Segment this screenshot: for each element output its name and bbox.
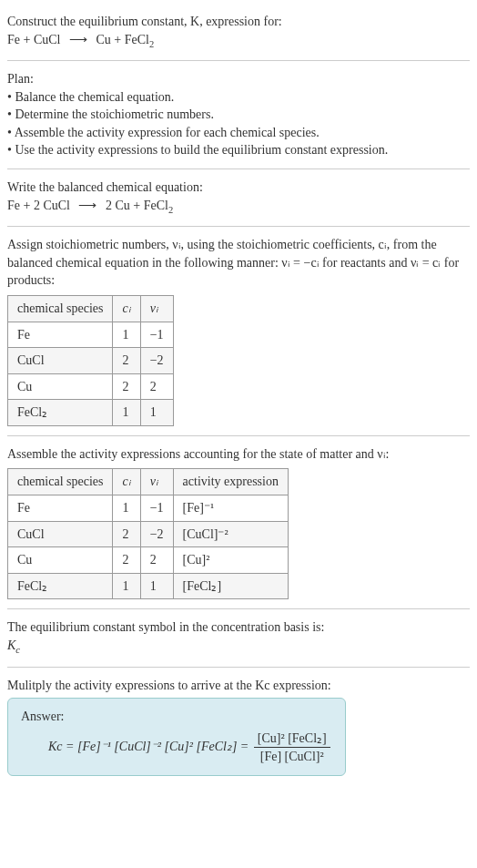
- cell-vi: 1: [140, 573, 173, 599]
- cell-ci: 1: [113, 573, 140, 599]
- cell-vi: −2: [140, 348, 173, 374]
- balanced-left: Fe + 2 CuCl: [7, 199, 70, 212]
- stoich-table: chemical species cᵢ νᵢ Fe 1 −1 CuCl 2 −2…: [7, 295, 174, 426]
- th-ci: cᵢ: [113, 469, 140, 495]
- balanced-section: Write the balanced chemical equation: Fe…: [7, 179, 470, 217]
- th-species: chemical species: [8, 295, 113, 322]
- cell-ci: 1: [113, 322, 140, 348]
- cell-species: CuCl: [8, 348, 113, 374]
- cell-ci: 2: [113, 348, 140, 374]
- kc-sub: c: [15, 645, 20, 655]
- symbol-section: The equilibrium constant symbol in the c…: [7, 618, 470, 657]
- cell-ci: 1: [113, 495, 140, 522]
- cell-activity: [Fe]⁻¹: [173, 495, 288, 522]
- cell-activity: [CuCl]⁻²: [173, 521, 288, 547]
- divider: [7, 60, 470, 61]
- cell-vi: 1: [140, 400, 173, 426]
- cell-vi: −2: [140, 521, 173, 547]
- table-row: FeCl₂ 1 1: [8, 400, 174, 426]
- balanced-heading: Write the balanced chemical equation:: [7, 179, 470, 197]
- th-vi: νᵢ: [140, 469, 173, 495]
- cell-ci: 2: [113, 373, 140, 400]
- cell-vi: 2: [140, 373, 173, 400]
- table-row: Fe 1 −1 [Fe]⁻¹: [8, 495, 289, 522]
- th-ci: cᵢ: [113, 295, 140, 322]
- cell-vi: −1: [140, 322, 173, 348]
- table-row: FeCl₂ 1 1 [FeCl₂]: [8, 573, 289, 599]
- cell-vi: 2: [140, 547, 173, 574]
- cell-species: Cu: [8, 373, 113, 400]
- intro-eq-left: Fe + CuCl: [7, 33, 60, 46]
- table-row: Fe 1 −1: [8, 322, 174, 348]
- cell-ci: 2: [113, 521, 140, 547]
- cell-species: FeCl₂: [8, 400, 113, 426]
- plan-bullet-2: • Determine the stoichiometric numbers.: [7, 106, 470, 124]
- answer-numerator: [Cu]² [FeCl₂]: [254, 730, 330, 749]
- activity-table: chemical species cᵢ νᵢ activity expressi…: [7, 468, 289, 599]
- intro-section: Construct the equilibrium constant, K, e…: [7, 13, 470, 51]
- cell-species: FeCl₂: [8, 573, 113, 599]
- table-row: Cu 2 2: [8, 373, 174, 400]
- table-row: chemical species cᵢ νᵢ activity expressi…: [8, 469, 289, 495]
- balanced-equation: Fe + 2 CuCl ⟶ 2 Cu + FeCl2: [7, 197, 470, 217]
- table-row: Cu 2 2 [Cu]²: [8, 547, 289, 574]
- divider: [7, 435, 470, 436]
- answer-label: Answer:: [21, 708, 332, 726]
- assemble-text: Assemble the activity expressions accoun…: [7, 445, 470, 464]
- multiply-section: Mulitply the activity expressions to arr…: [7, 677, 470, 776]
- divider: [7, 608, 470, 609]
- intro-eq-right-sub: 2: [149, 38, 154, 48]
- cell-activity: [FeCl₂]: [173, 573, 288, 599]
- cell-species: Fe: [8, 495, 113, 522]
- reaction-arrow-icon: ⟶: [64, 33, 93, 46]
- balanced-right-sub: 2: [168, 204, 173, 214]
- kc-symbol: Kc: [7, 637, 470, 657]
- th-vi: νᵢ: [140, 295, 173, 322]
- symbol-text: The equilibrium constant symbol in the c…: [7, 618, 470, 637]
- plan-heading: Plan:: [7, 70, 470, 88]
- divider: [7, 226, 470, 227]
- cell-activity: [Cu]²: [173, 547, 288, 574]
- table-row: CuCl 2 −2 [CuCl]⁻²: [8, 521, 289, 547]
- table-row: CuCl 2 −2: [8, 348, 174, 374]
- intro-line1: Construct the equilibrium constant, K, e…: [7, 13, 470, 31]
- answer-fraction: [Cu]² [FeCl₂] [Fe] [CuCl]²: [254, 730, 330, 766]
- cell-vi: −1: [140, 495, 173, 522]
- plan-bullet-3: • Assemble the activity expression for e…: [7, 124, 470, 142]
- cell-species: Cu: [8, 547, 113, 574]
- reaction-arrow-icon: ⟶: [73, 199, 102, 212]
- answer-denominator: [Fe] [CuCl]²: [254, 748, 330, 766]
- answer-box: Answer: Kc = [Fe]⁻¹ [CuCl]⁻² [Cu]² [FeCl…: [7, 698, 346, 776]
- assign-text: Assign stoichiometric numbers, νᵢ, using…: [7, 236, 470, 290]
- table-row: chemical species cᵢ νᵢ: [8, 295, 174, 322]
- th-activity: activity expression: [173, 469, 288, 495]
- cell-ci: 1: [113, 400, 140, 426]
- intro-eq-right: Cu + FeCl: [96, 33, 148, 46]
- cell-species: Fe: [8, 322, 113, 348]
- cell-ci: 2: [113, 547, 140, 574]
- kc-k: K: [7, 638, 15, 652]
- cell-species: CuCl: [8, 521, 113, 547]
- assemble-section: Assemble the activity expressions accoun…: [7, 445, 470, 600]
- answer-expression: Kc = [Fe]⁻¹ [CuCl]⁻² [Cu]² [FeCl₂] = [Cu…: [21, 726, 332, 766]
- intro-equation: Fe + CuCl ⟶ Cu + FeCl2: [7, 31, 470, 51]
- plan-bullet-4: • Use the activity expressions to build …: [7, 141, 470, 159]
- divider: [7, 168, 470, 169]
- assign-section: Assign stoichiometric numbers, νᵢ, using…: [7, 236, 470, 426]
- plan-section: Plan: • Balance the chemical equation. •…: [7, 70, 470, 159]
- answer-lhs: Kc = [Fe]⁻¹ [CuCl]⁻² [Cu]² [FeCl₂] =: [48, 740, 249, 753]
- plan-bullet-1: • Balance the chemical equation.: [7, 88, 470, 107]
- th-species: chemical species: [8, 469, 113, 495]
- multiply-text: Mulitply the activity expressions to arr…: [7, 677, 470, 695]
- divider: [7, 667, 470, 668]
- balanced-right: 2 Cu + FeCl: [106, 199, 168, 212]
